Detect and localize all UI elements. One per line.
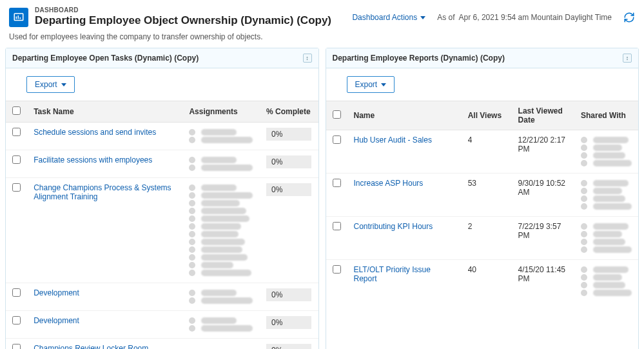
row-checkbox[interactable]: [333, 265, 341, 274]
redacted-person: [189, 254, 253, 261]
assignments-cell: [182, 150, 260, 178]
all-views-cell: 40: [462, 260, 512, 303]
redacted-person: [581, 231, 632, 237]
chevron-down-icon: [381, 83, 386, 86]
assignments-cell: [182, 311, 260, 339]
pct-complete-cell: 0%: [260, 150, 318, 178]
all-views-cell: 53: [462, 174, 512, 217]
redacted-person: [189, 223, 253, 230]
last-viewed-cell: 4/15/20 11:45 PM: [512, 260, 574, 303]
table-row: Development0%: [6, 311, 318, 339]
report-name-link[interactable]: Contributing KPI Hours: [347, 217, 462, 260]
redacted-person: [581, 282, 632, 288]
redacted-person: [581, 160, 632, 166]
column-header-last-viewed[interactable]: Last Viewed Date: [512, 101, 574, 130]
redacted-person: [581, 188, 632, 194]
select-all-checkbox[interactable]: [12, 106, 21, 115]
redacted-person: [189, 325, 253, 332]
redacted-person: [189, 215, 253, 222]
task-name-link[interactable]: Development: [27, 311, 182, 339]
redacted-person: [581, 152, 632, 159]
redacted-person: [581, 239, 632, 245]
redacted-person: [581, 145, 632, 151]
redacted-person: [189, 129, 253, 135]
table-row: Hub User Audit - Sales412/21/20 2:17 PM: [326, 130, 639, 174]
pct-complete-cell: 0%: [260, 339, 318, 350]
column-header-assignments[interactable]: Assignments: [182, 101, 260, 123]
select-all-checkbox[interactable]: [333, 110, 341, 119]
export-button[interactable]: Export: [26, 76, 75, 93]
dashboard-actions-label: Dashboard Actions: [352, 13, 417, 22]
row-checkbox[interactable]: [12, 344, 21, 349]
breadcrumb: DASHBOARD: [35, 6, 352, 14]
export-label: Export: [35, 80, 57, 89]
table-row: Facilitate sessions with employees0%: [6, 150, 318, 178]
row-checkbox[interactable]: [333, 179, 341, 187]
redacted-person: [581, 137, 632, 143]
open-tasks-panel: Departing Employee Open Tasks (Dynamic) …: [5, 48, 319, 349]
table-row: Schedule sessions and send invites0%: [6, 123, 318, 150]
table-row: Champions Review Locker Room Results wit…: [6, 339, 318, 350]
redacted-person: [189, 239, 253, 245]
redacted-person: [189, 184, 253, 191]
redacted-person: [581, 266, 632, 273]
refresh-icon[interactable]: [623, 12, 635, 23]
export-button[interactable]: Export: [347, 76, 395, 93]
redacted-person: [189, 317, 253, 324]
row-checkbox[interactable]: [333, 135, 341, 144]
task-name-link[interactable]: Schedule sessions and send invites: [27, 123, 182, 150]
page-subtitle: Used for employees leaving the company t…: [0, 31, 644, 48]
redacted-person: [189, 137, 253, 143]
task-name-link[interactable]: Change Champions Process & Systems Align…: [27, 178, 182, 283]
svg-rect-3: [20, 17, 21, 19]
task-name-link[interactable]: Development: [27, 283, 182, 311]
redacted-person: [189, 208, 253, 214]
assignments-cell: [182, 178, 260, 283]
all-views-cell: 2: [462, 217, 512, 260]
shared-with-cell: [574, 260, 638, 303]
export-label: Export: [355, 80, 378, 89]
report-name-link[interactable]: Hub User Audit - Sales: [347, 130, 462, 174]
redacted-person: [189, 262, 253, 268]
redacted-person: [189, 157, 253, 163]
report-name-link[interactable]: Increase ASP Hours: [347, 174, 462, 217]
column-header-task-name[interactable]: Task Name: [27, 101, 182, 123]
chevron-down-icon: [61, 83, 66, 86]
pct-complete-cell: 0%: [260, 123, 318, 150]
assignments-cell: [182, 123, 260, 150]
tasks-panel-title: Departing Employee Open Tasks (Dynamic) …: [12, 54, 199, 63]
column-header-all-views[interactable]: All Views: [462, 101, 512, 130]
panel-collapse-toggle[interactable]: ↕: [623, 54, 632, 63]
table-row: Increase ASP Hours539/30/19 10:52 AM: [326, 174, 639, 217]
column-header-name[interactable]: Name: [347, 101, 462, 130]
row-checkbox[interactable]: [12, 316, 21, 324]
last-viewed-cell: 7/22/19 3:57 PM: [512, 217, 574, 260]
row-checkbox[interactable]: [12, 183, 21, 192]
row-checkbox[interactable]: [12, 155, 21, 164]
redacted-person: [189, 231, 253, 237]
panel-collapse-toggle[interactable]: ↕: [303, 54, 312, 63]
table-row: ELT/OLT Priority Issue Report404/15/20 1…: [326, 260, 639, 303]
redacted-person: [189, 200, 253, 206]
row-checkbox[interactable]: [333, 222, 341, 230]
task-name-link[interactable]: Facilitate sessions with employees: [27, 150, 182, 178]
last-viewed-cell: 9/30/19 10:52 AM: [512, 174, 574, 217]
dashboard-actions-dropdown[interactable]: Dashboard Actions: [352, 13, 425, 22]
all-views-cell: 4: [462, 130, 512, 174]
svg-rect-2: [18, 15, 19, 19]
column-header-shared-with[interactable]: Shared With: [574, 101, 638, 130]
shared-with-cell: [574, 217, 638, 260]
dashboard-app-icon: [9, 8, 28, 27]
timestamp: As of Apr 6, 2021 9:54 am Mountain Dayli…: [437, 13, 612, 22]
column-header-pct-complete[interactable]: % Complete: [260, 101, 318, 123]
assignments-cell: [182, 339, 260, 350]
row-checkbox[interactable]: [12, 128, 21, 136]
row-checkbox[interactable]: [12, 288, 21, 297]
table-row: Development0%: [6, 283, 318, 311]
redacted-person: [581, 195, 632, 202]
redacted-person: [189, 246, 253, 253]
report-name-link[interactable]: ELT/OLT Priority Issue Report: [347, 260, 462, 303]
task-name-link[interactable]: Champions Review Locker Room Results wit…: [27, 339, 182, 350]
page-title: Departing Employee Object Ownership (Dyn…: [35, 14, 352, 27]
pct-complete-cell: 0%: [260, 178, 318, 283]
